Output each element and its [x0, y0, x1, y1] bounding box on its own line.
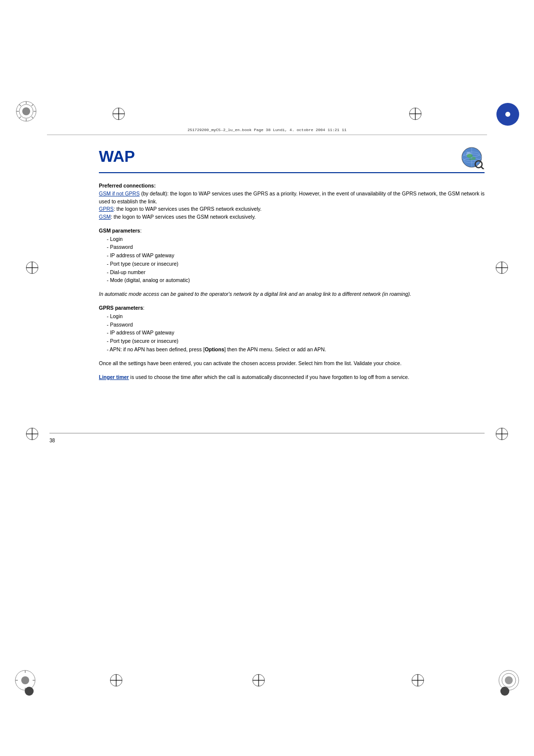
- gsm-link: GSM: [99, 214, 111, 220]
- preferred-connections-section: Preferred connections: GSM if not GPRS (…: [99, 182, 485, 221]
- gprs-params-list: LoginPasswordIP address of WAP gatewayPo…: [99, 312, 485, 345]
- gprs-link: GPRS: [99, 206, 114, 212]
- page-title: WAP: [99, 143, 485, 173]
- footer-center-cross: [251, 673, 266, 690]
- svg-point-2: [22, 107, 30, 115]
- svg-point-46: [505, 676, 513, 684]
- automatic-mode-note: In automatic mode access can be gained t…: [99, 290, 485, 298]
- gprs-parameters-label: GPRS parameters: [99, 305, 143, 311]
- list-item: Port type (secure or insecure): [107, 260, 485, 268]
- footer-right-cross: [410, 673, 425, 690]
- linger-timer-text: is used to choose the time after which t…: [129, 374, 409, 380]
- print-header: 251729200_myC5-2_lu_en.book Page 38 Lund…: [48, 128, 486, 132]
- footer-rule: [49, 433, 485, 433]
- svg-point-55: [472, 157, 476, 160]
- list-item: Mode (digital, analog or automatic): [107, 276, 485, 284]
- globe-icon: [459, 143, 485, 169]
- linger-timer-label: Linger timer: [99, 374, 129, 380]
- gsm-not-gprs-text: (by default): the logon to WAP services …: [99, 190, 485, 204]
- svg-line-8: [32, 117, 34, 119]
- page-number: 38: [49, 438, 55, 443]
- gsm-parameters-section: GSM parameters: LoginPasswordIP address …: [99, 227, 485, 285]
- gprs-parameters-section: GPRS parameters: LoginPasswordIP address…: [99, 304, 485, 354]
- top-center-left-cross: [111, 106, 126, 123]
- list-item: Login: [107, 235, 485, 243]
- svg-point-39: [21, 676, 29, 684]
- svg-line-9: [32, 104, 34, 106]
- bottom-left-cross: [25, 426, 40, 443]
- main-content: WAP: [99, 143, 485, 558]
- list-item: Port type (secure or insecure): [107, 337, 485, 345]
- gprs-apn-item: APN: if no APN has been defined, press […: [107, 345, 485, 354]
- gsm-text: : the logon to WAP services uses the GSM…: [111, 214, 256, 220]
- list-item: IP address of WAP gateway: [107, 329, 485, 337]
- list-item: Password: [107, 321, 485, 329]
- gprs-text: : the logon to WAP services uses the GPR…: [114, 206, 262, 212]
- svg-line-10: [19, 117, 21, 119]
- linger-timer-para: Linger timer is used to choose the time …: [99, 374, 485, 381]
- list-item: Password: [107, 243, 485, 251]
- footer-left-cross: [109, 673, 124, 690]
- page-container: 251729200_myC5-2_lu_en.book Page 38 Lund…: [0, 0, 534, 756]
- gsm-not-gprs-link: GSM if not GPRS: [99, 190, 139, 196]
- footer-left-dot: [25, 687, 34, 696]
- svg-point-56: [469, 158, 472, 160]
- header-rule: [47, 135, 487, 135]
- mid-right-cross: [494, 260, 509, 277]
- svg-line-7: [19, 104, 21, 106]
- mid-left-cross: [25, 260, 40, 277]
- once-settings-para: Once all the settings have been entered,…: [99, 360, 485, 368]
- gsm-parameters-label: GSM parameters: [99, 228, 140, 234]
- preferred-connections-label: Preferred connections:: [99, 183, 156, 189]
- svg-point-54: [467, 154, 473, 158]
- top-center-right-cross: [408, 106, 423, 123]
- list-item: Login: [107, 312, 485, 321]
- svg-line-58: [481, 167, 484, 169]
- top-right-blue-circle: [496, 103, 519, 126]
- gsm-params-list: LoginPasswordIP address of WAP gatewayPo…: [99, 235, 485, 285]
- list-item: IP address of WAP gateway: [107, 251, 485, 260]
- bottom-right-cross: [494, 426, 509, 443]
- list-item: Dial-up number: [107, 268, 485, 277]
- footer-right-dot: [500, 687, 509, 696]
- top-left-rosette: [15, 100, 38, 125]
